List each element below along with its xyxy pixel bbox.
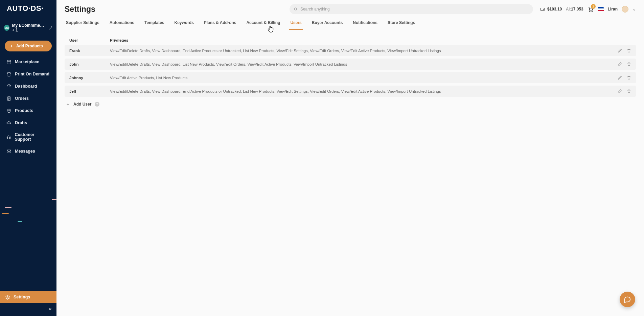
gear-icon xyxy=(5,294,10,300)
tab-users[interactable]: Users xyxy=(290,20,301,30)
user-name: Liran xyxy=(608,7,618,12)
tab-keywords[interactable]: Keywords xyxy=(175,20,194,30)
brand-text: AUTO·DS· xyxy=(7,4,44,13)
table-row: JohnnyView/Edit Active Products, List Ne… xyxy=(65,72,636,83)
headset-icon xyxy=(6,134,11,140)
settings-label: Settings xyxy=(14,295,30,299)
delete-row-button[interactable] xyxy=(627,89,631,93)
brand-logo[interactable]: AUTO·DS· xyxy=(0,0,56,17)
svg-point-7 xyxy=(589,11,590,12)
sidebar-item-drafts[interactable]: Drafts xyxy=(1,117,55,129)
clipboard-icon xyxy=(6,96,12,101)
sidebar-nav: Marketplace Print On Demand Dashboard Or… xyxy=(0,56,56,157)
tab-supplier-settings[interactable]: Supplier Settings xyxy=(66,20,99,30)
sidebar-item-label: Drafts xyxy=(15,120,27,125)
plus-icon xyxy=(9,44,14,48)
user-cell: Johnny xyxy=(69,76,110,80)
add-products-label: Add Products xyxy=(16,44,43,48)
add-products-button[interactable]: Add Products xyxy=(5,41,52,51)
svg-point-6 xyxy=(543,9,544,9)
chevron-down-icon[interactable]: ⌄ xyxy=(632,7,636,12)
tab-buyer-accounts[interactable]: Buyer Accounts xyxy=(312,20,343,30)
search-wrap xyxy=(290,4,533,14)
privileges-cell: View/Edit/Delete Drafts, View Dashboard,… xyxy=(110,49,604,53)
main: Settings $103.10 AI:17,053 1 Liran ⌄ xyxy=(56,0,644,316)
search-icon xyxy=(294,7,298,11)
sidebar: AUTO·DS· MB My ECommme… + 1 Add Products… xyxy=(0,0,56,316)
svg-point-4 xyxy=(294,8,297,10)
flag-icon[interactable] xyxy=(598,7,604,12)
users-table: User Privileges FrankView/Edit/Delete Dr… xyxy=(56,30,644,114)
delete-row-button[interactable] xyxy=(627,48,631,53)
tab-templates[interactable]: Templates xyxy=(144,20,164,30)
gauge-icon xyxy=(6,84,12,89)
add-user-label: Add User xyxy=(73,102,91,107)
store-name: My ECommme… + 1 xyxy=(12,23,46,32)
tab-automations[interactable]: Automations xyxy=(110,20,134,30)
tshirt-icon xyxy=(6,71,12,77)
privileges-cell: View/Edit Active Products, List New Prod… xyxy=(110,76,604,80)
ai-label: AI: xyxy=(566,7,571,12)
svg-rect-0 xyxy=(7,61,10,64)
tab-account-billing[interactable]: Account & Billing xyxy=(246,20,280,30)
sidebar-item-messages[interactable]: Messages xyxy=(1,145,55,157)
sidebar-item-pod[interactable]: Print On Demand xyxy=(1,68,55,80)
sidebar-bottom: Settings « xyxy=(0,291,56,316)
sidebar-item-orders[interactable]: Orders xyxy=(1,93,55,104)
store-selector[interactable]: MB My ECommme… + 1 xyxy=(0,20,56,36)
help-icon[interactable]: ? xyxy=(95,102,99,107)
chat-fab[interactable] xyxy=(620,292,635,307)
col-user: User xyxy=(69,38,110,42)
mail-icon xyxy=(6,149,12,154)
decoration xyxy=(18,221,22,222)
col-privileges: Privileges xyxy=(110,38,604,42)
sidebar-item-settings[interactable]: Settings xyxy=(0,291,56,303)
add-user-button[interactable]: Add User ? xyxy=(65,99,636,109)
svg-point-8 xyxy=(592,11,592,12)
collapse-sidebar-button[interactable]: « xyxy=(49,306,52,312)
edit-row-button[interactable] xyxy=(618,62,622,66)
user-cell: John xyxy=(69,62,110,66)
edit-row-button[interactable] xyxy=(618,75,622,80)
search-input[interactable] xyxy=(290,4,533,14)
sidebar-item-dashboard[interactable]: Dashboard xyxy=(1,81,55,92)
wallet-amount: $103.10 xyxy=(547,7,562,12)
topbar-right: $103.10 AI:17,053 1 Liran ⌄ xyxy=(540,6,636,13)
delete-row-button[interactable] xyxy=(627,75,631,80)
topbar: Settings $103.10 AI:17,053 1 Liran ⌄ xyxy=(56,0,644,14)
cart-button[interactable]: 1 xyxy=(588,6,594,12)
user-cell: Jeff xyxy=(69,89,110,93)
decoration xyxy=(52,199,56,200)
table-header: User Privileges xyxy=(65,35,636,45)
pencil-icon[interactable] xyxy=(48,26,52,30)
edit-row-button[interactable] xyxy=(618,48,622,53)
ai-value: 17,053 xyxy=(571,7,583,12)
plus-icon xyxy=(66,102,70,106)
box-icon xyxy=(6,108,12,113)
edit-row-button[interactable] xyxy=(618,89,622,93)
sidebar-item-label: Dashboard xyxy=(15,84,37,89)
sidebar-item-label: Messages xyxy=(15,149,35,154)
privileges-cell: View/Edit/Delete Drafts, View Dashboard,… xyxy=(110,89,604,93)
delete-row-button[interactable] xyxy=(627,62,631,66)
decoration xyxy=(2,213,9,214)
svg-point-3 xyxy=(7,296,8,298)
sidebar-item-support[interactable]: Customer Support xyxy=(1,129,55,145)
tab-store-settings[interactable]: Store Settings xyxy=(388,20,415,30)
table-row: JeffView/Edit/Delete Drafts, View Dashbo… xyxy=(65,86,636,97)
tab-notifications[interactable]: Notifications xyxy=(353,20,377,30)
sidebar-item-label: Marketplace xyxy=(15,60,39,64)
decoration xyxy=(5,207,12,208)
wallet-balance[interactable]: $103.10 xyxy=(540,7,562,12)
sidebar-item-products[interactable]: Products xyxy=(1,105,55,116)
sidebar-item-label: Customer Support xyxy=(15,132,50,142)
store-icon xyxy=(6,59,12,65)
sidebar-item-marketplace[interactable]: Marketplace xyxy=(1,56,55,68)
sidebar-item-label: Orders xyxy=(15,96,29,101)
page-title: Settings xyxy=(65,5,95,14)
cart-badge: 1 xyxy=(591,4,596,9)
sidebar-item-label: Products xyxy=(15,108,33,113)
wallet-icon xyxy=(540,7,545,12)
avatar[interactable] xyxy=(622,6,628,13)
tab-plans-add-ons[interactable]: Plans & Add-ons xyxy=(204,20,236,30)
